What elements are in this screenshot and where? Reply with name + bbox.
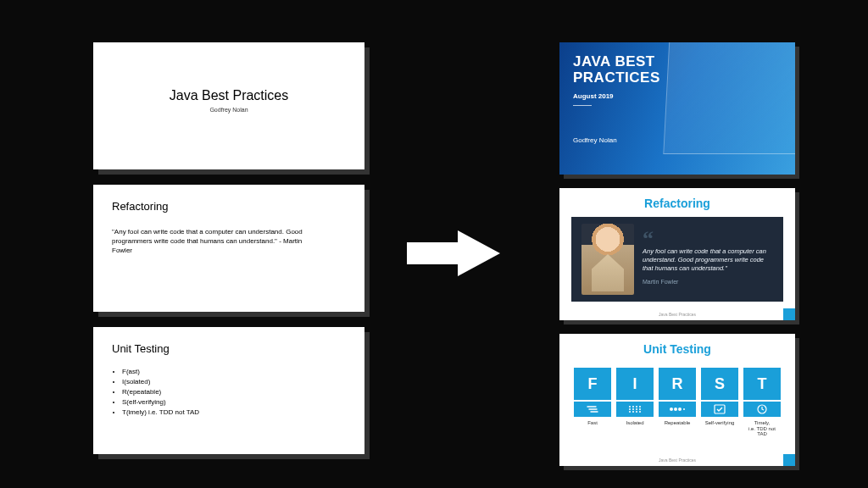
slide-heading: Refactoring [112, 200, 346, 213]
isolated-icon [616, 402, 654, 417]
svg-point-2 [632, 406, 634, 408]
first-cell: I Isolated [616, 368, 654, 432]
list-item: S(elf-verifying) [122, 397, 346, 408]
svg-rect-17 [715, 405, 725, 413]
letter-caption: Fast [587, 420, 598, 432]
after-slide-hero: JAVA BEST PRACTICES August 2019 Godfrey … [559, 42, 795, 175]
svg-point-14 [674, 408, 677, 411]
letter-box: T [743, 368, 781, 400]
quote-panel: “ Any fool can write code that a compute… [571, 217, 783, 302]
hero-title-line1: JAVA BEST [573, 53, 655, 69]
slide-title: Java Best Practices [112, 88, 346, 103]
letter-caption: Isolated [626, 420, 643, 432]
fast-icon [574, 402, 611, 417]
svg-point-5 [629, 408, 631, 410]
quote-author: Martin Fowler [643, 278, 773, 286]
hero-author: Godfrey Nolan [573, 136, 782, 144]
first-cell: S Self-verifying [701, 368, 738, 432]
before-slide-title: Java Best Practices Godfrey Nolan [93, 42, 364, 169]
list-item: I(solated) [122, 377, 346, 387]
svg-point-13 [670, 408, 673, 411]
first-cell: T Timely, i.e. TDD not TAD [743, 368, 781, 432]
slide-heading: Refactoring [559, 197, 795, 210]
self-verifying-icon [701, 402, 738, 417]
first-row: F Fast I Isolated R R [570, 368, 785, 432]
first-cell: F Fast [574, 368, 611, 432]
arrow-icon [407, 230, 500, 276]
svg-point-8 [639, 408, 641, 410]
letter-box: S [701, 368, 738, 400]
list-item: F(ast) [122, 367, 346, 377]
svg-point-3 [636, 406, 637, 408]
quote-text: Any fool can write code that a computer … [643, 247, 773, 273]
letter-box: R [659, 368, 696, 400]
divider [573, 105, 592, 106]
after-slide-refactoring: Refactoring “ Any fool can write code th… [559, 188, 795, 320]
svg-point-12 [639, 411, 641, 413]
slide-footer: Java Best Practices [659, 312, 696, 317]
letter-caption: Self-verifying [705, 420, 735, 432]
slide-heading: Unit Testing [112, 342, 346, 355]
letter-box: I [616, 368, 654, 400]
hero-title-line2: PRACTICES [573, 69, 660, 86]
slide-quote: "Any fool can write code that a computer… [112, 228, 307, 255]
svg-point-11 [636, 411, 637, 413]
hero-date: August 2019 [573, 92, 782, 100]
timely-icon [743, 402, 781, 417]
author-photo [581, 224, 634, 295]
svg-point-4 [639, 406, 641, 408]
list-item: R(epeatable) [122, 387, 346, 397]
after-column: JAVA BEST PRACTICES August 2019 Godfrey … [559, 42, 795, 466]
accent-square [783, 308, 795, 320]
svg-marker-0 [407, 230, 500, 276]
svg-point-6 [632, 408, 634, 410]
slide-heading: Unit Testing [570, 342, 785, 356]
svg-point-1 [629, 406, 631, 408]
accent-square [783, 454, 795, 466]
repeatable-icon [659, 402, 696, 417]
first-cell: R Repeatable [659, 368, 696, 432]
letter-box: F [574, 368, 611, 400]
letter-caption: Timely, i.e. TDD not TAD [743, 420, 781, 432]
svg-point-10 [632, 411, 634, 413]
after-slide-unit-testing: Unit Testing F Fast I Isolated R [559, 334, 795, 466]
slide-subtitle-author: Godfrey Nolan [112, 107, 346, 113]
svg-point-9 [629, 411, 631, 413]
letter-caption: Repeatable [665, 420, 691, 432]
before-slide-unit-testing: Unit Testing F(ast) I(solated) R(epeatab… [93, 327, 364, 454]
svg-point-16 [683, 408, 685, 410]
before-slide-refactoring: Refactoring "Any fool can write code tha… [93, 185, 364, 312]
svg-point-15 [678, 408, 682, 411]
before-column: Java Best Practices Godfrey Nolan Refact… [93, 42, 364, 454]
svg-point-7 [636, 408, 637, 410]
quote-mark-icon: “ [643, 233, 773, 244]
slide-footer: Java Best Practices [659, 458, 696, 463]
list-item: T(imely) i.e. TDD not TAD [122, 408, 346, 418]
bullet-list: F(ast) I(solated) R(epeatable) S(elf-ver… [112, 367, 346, 418]
